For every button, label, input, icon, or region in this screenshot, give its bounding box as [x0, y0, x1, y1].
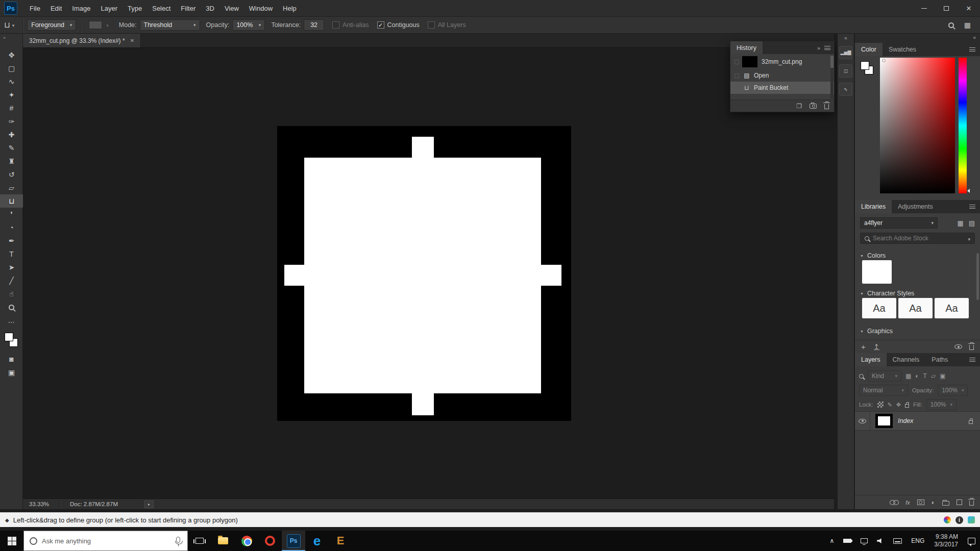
collapse-dock-icon[interactable]: «	[973, 35, 976, 40]
mode-dropdown[interactable]: Threshold	[140, 19, 200, 31]
history-panel-tab[interactable]: History	[730, 41, 763, 54]
history-state-row[interactable]: ▤ Open	[730, 69, 834, 82]
volume-button[interactable]	[872, 531, 889, 551]
layer-row[interactable]: Index	[855, 411, 980, 431]
tool-preset-picker[interactable]: ⊔	[4, 20, 14, 30]
taskbar-clock[interactable]: 9:38 AM 3/3/2017	[929, 531, 963, 551]
hand-tool-icon[interactable]: ☝	[0, 287, 23, 300]
saturation-brightness-field[interactable]	[880, 58, 955, 193]
maximize-button[interactable]	[935, 0, 958, 16]
shape-tool-icon[interactable]: ╱	[0, 274, 23, 287]
zoom-tool-icon[interactable]	[0, 300, 23, 314]
adjustment-layer-icon[interactable]: ◐	[932, 499, 935, 506]
character-styles-section-header[interactable]: Character Styles	[860, 290, 914, 297]
history-snapshot-row[interactable]: 32mm_cut.png	[730, 54, 834, 69]
tab-channels[interactable]: Channels	[887, 353, 926, 366]
menu-layer[interactable]: Layer	[96, 0, 123, 16]
menu-filter[interactable]: Filter	[176, 0, 201, 16]
delete-state-icon[interactable]	[824, 104, 829, 109]
brush-tool-icon[interactable]: ✎	[0, 141, 23, 155]
lock-all-icon[interactable]	[905, 404, 909, 408]
panel-menu[interactable]	[969, 43, 980, 56]
microphone-icon[interactable]	[176, 537, 180, 543]
add-mask-icon[interactable]	[917, 499, 924, 505]
hue-slider-marker[interactable]	[967, 189, 970, 193]
menu-select[interactable]: Select	[147, 0, 176, 16]
layer-thumbnail[interactable]	[875, 414, 893, 428]
info-icon[interactable]: i	[955, 516, 963, 524]
filter-kind-dropdown[interactable]: Kind	[868, 370, 901, 382]
histogram-panel-icon[interactable]: ▂▅▇	[839, 46, 852, 59]
menu-help[interactable]: Help	[278, 0, 302, 16]
filter-smart-objects-icon[interactable]: ▣	[940, 372, 945, 380]
zoom-level-field[interactable]: 33.33%	[29, 501, 49, 507]
new-layer-icon[interactable]	[957, 499, 962, 505]
edit-toolbar-icon[interactable]: ⋯	[0, 317, 22, 327]
info-panel-icon[interactable]: ◫	[839, 64, 852, 78]
tab-libraries[interactable]: Libraries	[855, 200, 892, 213]
filter-type-layers-icon[interactable]: T	[923, 372, 927, 380]
marquee-tool-icon[interactable]: ▢	[0, 62, 23, 75]
minimize-button[interactable]	[913, 0, 935, 16]
fill-source-dropdown[interactable]: Foreground	[27, 19, 76, 31]
filter-pixel-layers-icon[interactable]: ▦	[905, 372, 911, 380]
library-color-swatch[interactable]	[862, 260, 892, 284]
canvas-area[interactable]	[23, 48, 834, 498]
opacity-dropdown[interactable]: 100%	[232, 19, 265, 31]
foreground-color-swatch[interactable]	[5, 333, 13, 341]
chrome-button[interactable]	[235, 531, 258, 551]
menu-window[interactable]: Window	[244, 0, 278, 16]
tab-adjustments[interactable]: Adjustments	[892, 200, 939, 213]
layer-name[interactable]: Index	[898, 417, 914, 424]
tab-color[interactable]: Color	[855, 43, 883, 56]
lock-transparency-icon[interactable]	[877, 402, 884, 408]
panel-menu-icon[interactable]	[824, 46, 830, 50]
antialias-checkbox[interactable]: Anti-alias	[332, 21, 369, 29]
menu-view[interactable]: View	[219, 0, 244, 16]
move-tool-icon[interactable]: ✥	[0, 48, 23, 62]
crop-tool-icon[interactable]: #	[0, 102, 23, 115]
layer-effects-icon[interactable]: fx	[905, 499, 910, 506]
healing-brush-tool-icon[interactable]: ✚	[0, 128, 23, 141]
expand-dock-icon[interactable]: «	[838, 34, 854, 41]
character-style-item[interactable]: Aa	[862, 298, 896, 318]
clone-stamp-tool-icon[interactable]: ♜	[0, 155, 23, 168]
delete-layer-icon[interactable]	[969, 500, 974, 506]
new-snapshot-icon[interactable]	[810, 104, 817, 109]
character-style-item[interactable]: Aa	[898, 298, 933, 318]
action-center-button[interactable]	[963, 531, 980, 551]
layer-opacity-dropdown[interactable]: 100%	[938, 385, 968, 396]
editor-app-button[interactable]: E	[329, 531, 352, 551]
grid-view-icon[interactable]: ▦	[957, 219, 963, 227]
collapse-panel-icon[interactable]: »	[817, 45, 820, 51]
close-button[interactable]: ✕	[958, 0, 980, 16]
panel-menu[interactable]	[969, 200, 980, 213]
type-tool-icon[interactable]: T	[0, 247, 23, 261]
photoshop-taskbar-button[interactable]: Ps	[282, 531, 305, 551]
history-source-icon[interactable]	[732, 84, 741, 92]
library-search-box[interactable]	[860, 233, 975, 244]
libraries-scrollbar[interactable]	[976, 253, 979, 300]
screen-mode-icon[interactable]: ▣	[0, 366, 23, 379]
history-brush-tool-icon[interactable]: ↺	[0, 168, 23, 181]
link-layers-icon[interactable]	[890, 500, 898, 505]
droplet-icon[interactable]	[944, 516, 951, 523]
menu-file[interactable]: File	[24, 0, 45, 16]
history-scrollbar[interactable]	[830, 55, 834, 98]
actions-panel-icon[interactable]: ⇖	[839, 83, 852, 96]
fill-dropdown[interactable]: 100%	[926, 399, 957, 410]
history-source-icon[interactable]	[732, 71, 741, 80]
taskbar-search-input[interactable]	[42, 537, 172, 545]
menu-edit[interactable]: Edit	[45, 0, 67, 16]
paint-bucket-tool-icon[interactable]: ⊔	[0, 194, 23, 208]
canvas-image[interactable]	[277, 126, 571, 421]
edge-button[interactable]: e	[305, 531, 329, 551]
toolbar-expand-icon[interactable]: »	[0, 34, 22, 43]
history-state-row-selected[interactable]: ⊔ Paint Bucket	[730, 82, 834, 94]
filter-adjustment-layers-icon[interactable]: ◐	[915, 372, 919, 380]
taskbar-search-box[interactable]	[23, 531, 188, 551]
colors-section-header[interactable]: Colors	[860, 252, 886, 259]
start-button[interactable]	[0, 531, 23, 551]
pen-tool-icon[interactable]: ✒	[0, 234, 23, 247]
eraser-tool-icon[interactable]: ▱	[0, 181, 23, 194]
